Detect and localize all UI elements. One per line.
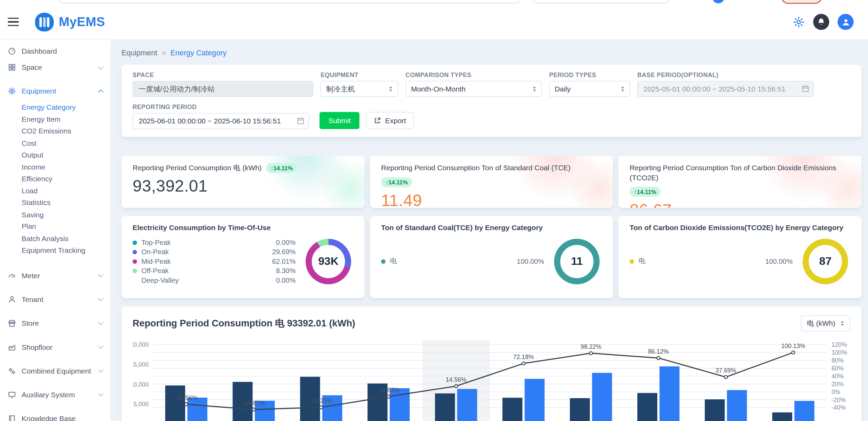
energy-unit-select-value: 电 (kWh) bbox=[807, 319, 836, 328]
shopfloor-icon bbox=[8, 343, 22, 351]
energy-unit-select[interactable]: 电 (kWh) bbox=[801, 315, 850, 332]
sidebar-item-label: Shopfloor bbox=[22, 343, 99, 351]
menu-toggle-button[interactable] bbox=[8, 17, 21, 28]
svg-text:120%: 120% bbox=[832, 341, 847, 348]
sidebar-subitem-saving[interactable]: Saving bbox=[0, 209, 111, 221]
stat-value: 93,392.01 bbox=[133, 177, 353, 196]
consumption-chart-card: Reporting Period Consumption 电 93392.01 … bbox=[122, 306, 861, 421]
svg-text:15,000: 15,000 bbox=[133, 361, 149, 368]
sidebar-subitem-income[interactable]: Income bbox=[0, 161, 111, 173]
tenant-icon bbox=[8, 295, 22, 303]
base-period-label: BASE PERIOD(OPTIONAL) bbox=[637, 72, 814, 78]
donut-center-value: 93K bbox=[312, 245, 345, 278]
sidebar-subitem-efficiency[interactable]: Efficiency bbox=[0, 173, 111, 185]
sidebar-item-label: Combined Equipment bbox=[22, 367, 99, 375]
store-icon bbox=[8, 319, 22, 327]
sidebar-item-equipment[interactable]: Equipment bbox=[0, 83, 111, 99]
select-caret-icon bbox=[389, 86, 393, 92]
chevron-down-icon bbox=[98, 272, 103, 277]
sidebar-subitem-energy-item[interactable]: Energy Item bbox=[0, 113, 111, 125]
svg-text:-39.25%: -39.25% bbox=[310, 397, 333, 404]
stat-card-title: Reporting Period Consumption Ton of Carb… bbox=[629, 163, 850, 197]
svg-text:-31.56%: -31.56% bbox=[175, 395, 198, 401]
legend-label: 电 bbox=[390, 257, 517, 266]
select-caret-icon bbox=[533, 86, 536, 92]
sidebar-subitem-co2-emissions[interactable]: CO2 Emissions bbox=[0, 125, 111, 137]
comparison-types-label: COMPARISON TYPES bbox=[406, 72, 542, 78]
base-period-input[interactable] bbox=[637, 81, 814, 97]
sidebar-subitem-batch-analysis[interactable]: Batch Analysis bbox=[0, 233, 111, 245]
svg-text:0%: 0% bbox=[832, 389, 840, 396]
increase-badge: ↑14.11% bbox=[381, 177, 412, 187]
sidebar-item-label: Space bbox=[22, 63, 99, 72]
export-button[interactable]: Export bbox=[366, 112, 414, 129]
increase-badge: ↑14.11% bbox=[266, 163, 297, 173]
donut-card-title: Ton of Carbon Dioxide Emissions(TCO2E) b… bbox=[629, 223, 850, 231]
sidebar-item-meter[interactable]: Meter bbox=[0, 267, 111, 283]
myems-logo-icon bbox=[35, 12, 54, 31]
sidebar-subitem-output[interactable]: Output bbox=[0, 149, 111, 161]
stat-card-standard-coal: Reporting Period Consumption Ton of Stan… bbox=[370, 156, 613, 208]
comparison-types-select[interactable]: Month-On-Month bbox=[406, 81, 542, 97]
select-caret-icon bbox=[840, 320, 844, 326]
equipment-icon bbox=[8, 87, 22, 95]
partial-search-bar bbox=[57, 0, 522, 3]
sidebar-item-tenant[interactable]: Tenant bbox=[0, 291, 111, 307]
sidebar-item-shopfloor[interactable]: Shopfloor bbox=[0, 339, 111, 355]
top-partial-strip bbox=[0, 0, 868, 4]
settings-gear-icon[interactable] bbox=[793, 16, 805, 28]
sidebar-item-label: Auxiliary System bbox=[22, 390, 99, 399]
svg-text:100%: 100% bbox=[832, 349, 847, 356]
consumption-bar-chart[interactable]: 120%100%80%60%40%20%0%-20%-40%20,00015,0… bbox=[133, 336, 850, 421]
sidebar-item-label: Dashboard bbox=[22, 47, 103, 55]
user-avatar[interactable] bbox=[838, 14, 854, 30]
sidebar-item-dashboard[interactable]: Dashboard bbox=[0, 43, 111, 60]
legend-dot bbox=[133, 269, 137, 273]
sidebar-item-knowledge-base[interactable]: Knowledge Base bbox=[0, 410, 111, 421]
legend-row-mid-peak: Mid-Peak 62.01% bbox=[133, 257, 296, 266]
svg-text:20%: 20% bbox=[832, 381, 844, 388]
sidebar-subitem-cost[interactable]: Cost bbox=[0, 137, 111, 149]
reporting-period-input[interactable] bbox=[133, 113, 309, 129]
brand[interactable]: MyEMS bbox=[35, 12, 105, 31]
equipment-select[interactable]: 制冷主机 bbox=[321, 81, 398, 97]
legend-row-electricity: 电 100.00% bbox=[381, 257, 544, 266]
sidebar-subitem-plan[interactable]: Plan bbox=[0, 220, 111, 233]
dashboard-icon bbox=[8, 47, 22, 55]
svg-text:86.12%: 86.12% bbox=[648, 348, 669, 355]
legend-percent: 8.30% bbox=[276, 267, 296, 275]
svg-text:-11.82%: -11.82% bbox=[377, 387, 400, 393]
stat-cards-row: Reporting Period Consumption 电 (kWh) ↑14… bbox=[122, 156, 861, 208]
sidebar-subitem-load[interactable]: Load bbox=[0, 185, 111, 197]
period-types-select[interactable]: Daily bbox=[549, 81, 630, 97]
chevron-down-icon bbox=[98, 320, 103, 325]
submit-button[interactable]: Submit bbox=[320, 112, 360, 129]
sidebar-subitem-statistics[interactable]: Statistics bbox=[0, 197, 111, 209]
legend-label: On-Peak bbox=[142, 248, 272, 256]
main-content: Equipment » Energy Category SPACE EQUIPM… bbox=[111, 40, 868, 421]
breadcrumb-section[interactable]: Equipment bbox=[122, 49, 157, 57]
sidebar-subitem-energy-category[interactable]: Energy Category bbox=[0, 101, 111, 114]
tce-donut-chart[interactable]: 11 bbox=[554, 239, 599, 284]
sidebar-item-combined-equipment[interactable]: Combined Equipment bbox=[0, 363, 111, 379]
reporting-period-label: REPORTING PERIOD bbox=[133, 104, 309, 110]
notifications-bell-icon[interactable] bbox=[813, 14, 829, 30]
chevron-down-icon bbox=[98, 64, 103, 69]
legend-label: 电 bbox=[638, 257, 765, 266]
space-input[interactable] bbox=[133, 81, 313, 97]
chart-title: Reporting Period Consumption 电 93392.01 … bbox=[133, 317, 355, 330]
legend-dot bbox=[381, 259, 386, 263]
sidebar-item-auxiliary-system[interactable]: Auxiliary System bbox=[0, 387, 111, 403]
sidebar-item-space[interactable]: Space bbox=[0, 59, 111, 75]
time-of-use-card: Electricity Consumption by Time-Of-Use T… bbox=[122, 216, 365, 298]
carbon-dioxide-card: Ton of Carbon Dioxide Emissions(TCO2E) b… bbox=[618, 216, 861, 298]
sidebar-item-store[interactable]: Store bbox=[0, 315, 111, 331]
sidebar-subitem-equipment-tracking[interactable]: Equipment Tracking bbox=[0, 244, 111, 256]
stat-card-title: Reporting Period Consumption Ton of Stan… bbox=[381, 163, 602, 187]
svg-text:10,000: 10,000 bbox=[133, 381, 149, 388]
tou-donut-chart[interactable]: 93K bbox=[306, 239, 351, 284]
equipment-select-value: 制冷主机 bbox=[326, 84, 355, 94]
tco2e-donut-chart[interactable]: 87 bbox=[803, 239, 848, 284]
sidebar-item-label: Store bbox=[22, 319, 99, 327]
tou-legend: Top-Peak 0.00% On-Peak 29.69% Mid-Peak bbox=[133, 238, 296, 285]
